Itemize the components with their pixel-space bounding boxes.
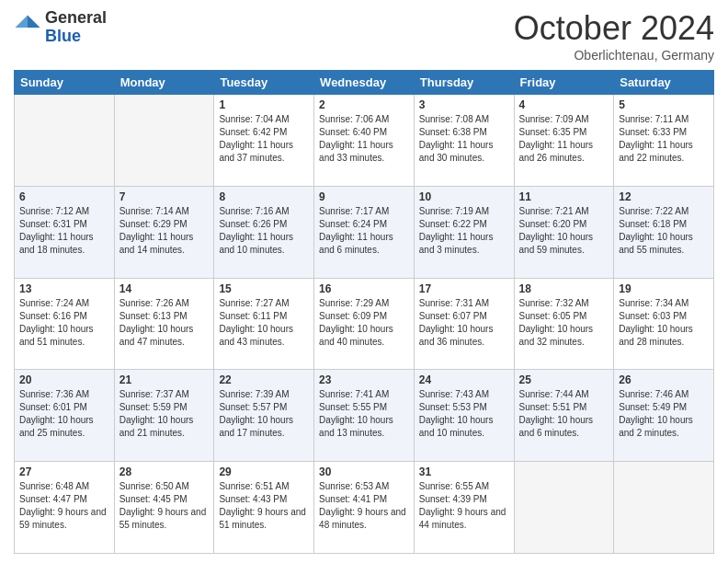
day-number: 2 — [319, 98, 409, 111]
sunset-text: Sunset: 4:39 PM — [419, 493, 509, 506]
sunrise-text: Sunrise: 7:08 AM — [419, 113, 509, 126]
sunrise-text: Sunrise: 7:41 AM — [319, 388, 409, 401]
logo-general: General — [45, 9, 107, 28]
calendar-cell: 28Sunrise: 6:50 AMSunset: 4:45 PMDayligh… — [114, 462, 214, 554]
daylight-text: Daylight: 10 hours and 10 minutes. — [419, 414, 509, 440]
sunrise-text: Sunrise: 6:51 AM — [219, 480, 309, 493]
day-info: Sunrise: 7:09 AMSunset: 6:35 PMDaylight:… — [519, 113, 609, 165]
day-number: 15 — [219, 282, 309, 295]
sunset-text: Sunset: 5:57 PM — [219, 401, 309, 414]
header-row: Sunday Monday Tuesday Wednesday Thursday… — [15, 71, 714, 95]
daylight-text: Daylight: 11 hours and 18 minutes. — [19, 231, 109, 257]
day-info: Sunrise: 7:37 AMSunset: 5:59 PMDaylight:… — [119, 388, 210, 440]
sunrise-text: Sunrise: 7:12 AM — [19, 205, 109, 218]
daylight-text: Daylight: 9 hours and 44 minutes. — [419, 506, 509, 532]
calendar-week-2: 13Sunrise: 7:24 AMSunset: 6:16 PMDayligh… — [15, 278, 714, 370]
day-number: 17 — [419, 282, 509, 295]
sunrise-text: Sunrise: 7:11 AM — [619, 113, 709, 126]
daylight-text: Daylight: 10 hours and 2 minutes. — [619, 414, 709, 440]
sunset-text: Sunset: 6:42 PM — [219, 126, 309, 139]
calendar-cell: 16Sunrise: 7:29 AMSunset: 6:09 PMDayligh… — [314, 278, 415, 370]
sunrise-text: Sunrise: 7:22 AM — [619, 205, 709, 218]
calendar-cell: 9Sunrise: 7:17 AMSunset: 6:24 PMDaylight… — [314, 186, 415, 278]
day-number: 19 — [619, 282, 709, 295]
daylight-text: Daylight: 9 hours and 59 minutes. — [19, 506, 109, 532]
sunset-text: Sunset: 5:55 PM — [319, 401, 409, 414]
day-info: Sunrise: 7:14 AMSunset: 6:29 PMDaylight:… — [119, 205, 210, 257]
day-info: Sunrise: 7:04 AMSunset: 6:42 PMDaylight:… — [219, 113, 309, 165]
day-info: Sunrise: 7:46 AMSunset: 5:49 PMDaylight:… — [619, 388, 709, 440]
day-info: Sunrise: 7:21 AMSunset: 6:20 PMDaylight:… — [519, 205, 609, 257]
day-info: Sunrise: 7:08 AMSunset: 6:38 PMDaylight:… — [419, 113, 509, 165]
day-number: 6 — [19, 190, 109, 203]
sunset-text: Sunset: 6:18 PM — [619, 218, 709, 231]
calendar-cell: 8Sunrise: 7:16 AMSunset: 6:26 PMDaylight… — [214, 186, 314, 278]
sunrise-text: Sunrise: 7:09 AM — [519, 113, 609, 126]
calendar-week-4: 27Sunrise: 6:48 AMSunset: 4:47 PMDayligh… — [15, 462, 714, 554]
day-info: Sunrise: 7:44 AMSunset: 5:51 PMDaylight:… — [519, 388, 609, 440]
sunset-text: Sunset: 6:31 PM — [19, 218, 109, 231]
day-number: 29 — [219, 465, 309, 478]
calendar-cell: 27Sunrise: 6:48 AMSunset: 4:47 PMDayligh… — [15, 462, 115, 554]
sunrise-text: Sunrise: 7:16 AM — [219, 205, 309, 218]
sunrise-text: Sunrise: 7:17 AM — [319, 205, 409, 218]
sunrise-text: Sunrise: 7:27 AM — [219, 297, 309, 310]
daylight-text: Daylight: 11 hours and 6 minutes. — [319, 231, 409, 257]
title-area: October 2024 Oberlichtenau, Germany — [514, 9, 714, 63]
sunset-text: Sunset: 6:07 PM — [419, 310, 509, 323]
daylight-text: Daylight: 10 hours and 17 minutes. — [219, 414, 309, 440]
calendar-header: Sunday Monday Tuesday Wednesday Thursday… — [15, 71, 714, 95]
day-number: 1 — [219, 98, 309, 111]
sunrise-text: Sunrise: 7:32 AM — [519, 297, 609, 310]
calendar-cell: 1Sunrise: 7:04 AMSunset: 6:42 PMDaylight… — [214, 95, 314, 187]
sunrise-text: Sunrise: 6:48 AM — [19, 480, 109, 493]
daylight-text: Daylight: 10 hours and 6 minutes. — [519, 414, 609, 440]
day-number: 21 — [119, 373, 210, 386]
day-info: Sunrise: 7:17 AMSunset: 6:24 PMDaylight:… — [319, 205, 409, 257]
sunset-text: Sunset: 6:16 PM — [19, 310, 109, 323]
calendar-table: Sunday Monday Tuesday Wednesday Thursday… — [14, 70, 714, 554]
sunset-text: Sunset: 6:01 PM — [19, 401, 109, 414]
day-number: 22 — [219, 373, 309, 386]
calendar-cell: 11Sunrise: 7:21 AMSunset: 6:20 PMDayligh… — [514, 186, 614, 278]
sunrise-text: Sunrise: 7:34 AM — [619, 297, 709, 310]
daylight-text: Daylight: 11 hours and 33 minutes. — [319, 139, 409, 165]
day-number: 14 — [119, 282, 210, 295]
day-info: Sunrise: 6:51 AMSunset: 4:43 PMDaylight:… — [219, 480, 309, 532]
daylight-text: Daylight: 11 hours and 10 minutes. — [219, 231, 309, 257]
calendar-cell — [114, 95, 214, 187]
day-info: Sunrise: 7:36 AMSunset: 6:01 PMDaylight:… — [19, 388, 109, 440]
calendar-cell: 22Sunrise: 7:39 AMSunset: 5:57 PMDayligh… — [214, 370, 314, 462]
calendar-cell: 20Sunrise: 7:36 AMSunset: 6:01 PMDayligh… — [15, 370, 115, 462]
sunset-text: Sunset: 4:45 PM — [119, 493, 210, 506]
day-info: Sunrise: 7:29 AMSunset: 6:09 PMDaylight:… — [319, 297, 409, 349]
calendar-cell: 4Sunrise: 7:09 AMSunset: 6:35 PMDaylight… — [514, 95, 614, 187]
calendar-cell — [614, 462, 714, 554]
daylight-text: Daylight: 9 hours and 51 minutes. — [219, 506, 309, 532]
daylight-text: Daylight: 10 hours and 55 minutes. — [619, 231, 709, 257]
day-number: 25 — [519, 373, 609, 386]
sunrise-text: Sunrise: 7:37 AM — [119, 388, 210, 401]
logo-text: General Blue — [45, 9, 107, 46]
day-number: 13 — [19, 282, 109, 295]
calendar-week-1: 6Sunrise: 7:12 AMSunset: 6:31 PMDaylight… — [15, 186, 714, 278]
col-friday: Friday — [514, 71, 614, 95]
col-thursday: Thursday — [414, 71, 514, 95]
sunrise-text: Sunrise: 7:36 AM — [19, 388, 109, 401]
daylight-text: Daylight: 11 hours and 14 minutes. — [119, 231, 210, 257]
sunset-text: Sunset: 6:35 PM — [519, 126, 609, 139]
sunrise-text: Sunrise: 7:44 AM — [519, 388, 609, 401]
day-number: 30 — [319, 465, 409, 478]
calendar-cell: 2Sunrise: 7:06 AMSunset: 6:40 PMDaylight… — [314, 95, 415, 187]
daylight-text: Daylight: 10 hours and 43 minutes. — [219, 323, 309, 349]
calendar-cell: 18Sunrise: 7:32 AMSunset: 6:05 PMDayligh… — [514, 278, 614, 370]
sunset-text: Sunset: 6:24 PM — [319, 218, 409, 231]
day-number: 11 — [519, 190, 609, 203]
sunrise-text: Sunrise: 7:04 AM — [219, 113, 309, 126]
daylight-text: Daylight: 10 hours and 13 minutes. — [319, 414, 409, 440]
daylight-text: Daylight: 9 hours and 48 minutes. — [319, 506, 409, 532]
daylight-text: Daylight: 10 hours and 40 minutes. — [319, 323, 409, 349]
calendar-body: 1Sunrise: 7:04 AMSunset: 6:42 PMDaylight… — [15, 95, 714, 554]
day-number: 18 — [519, 282, 609, 295]
month-title: October 2024 — [514, 9, 714, 48]
